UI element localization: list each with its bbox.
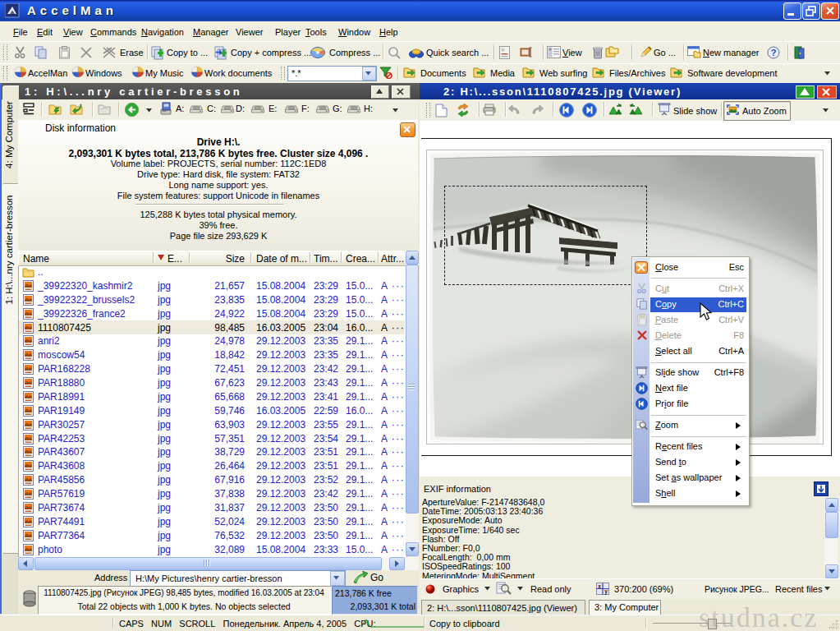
svg-text:y: y [604, 588, 608, 595]
svg-text:x: x [598, 583, 601, 589]
svg-text:?: ? [771, 48, 777, 58]
